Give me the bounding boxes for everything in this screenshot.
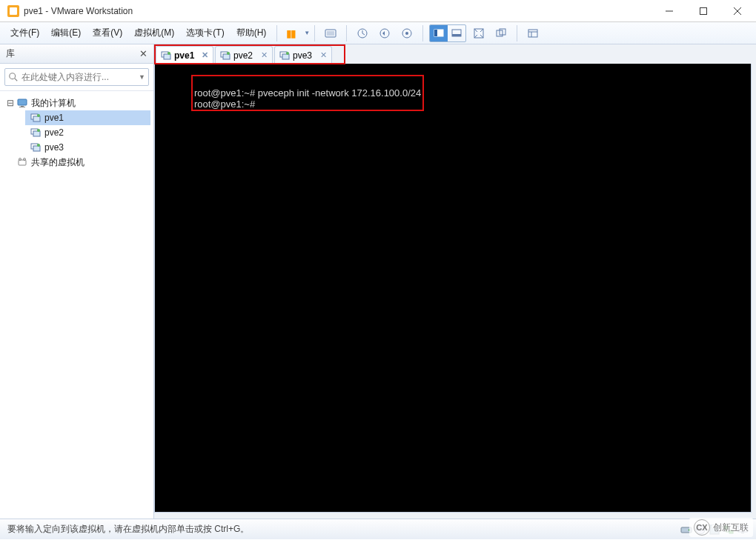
- watermark: CX 创新互联: [689, 518, 753, 537]
- vm-icon: [220, 50, 231, 61]
- watermark-text: 创新互联: [713, 521, 749, 534]
- tab-close-icon[interactable]: ✕: [256, 50, 268, 60]
- svg-rect-24: [19, 107, 25, 107]
- statusbar: 要将输入定向到该虚拟机，请在虚拟机内部单击或按 Ctrl+G。: [0, 519, 756, 539]
- tab-pve3[interactable]: pve3 ✕: [274, 46, 332, 64]
- svg-rect-29: [33, 131, 40, 136]
- sidebar-header: 库 ✕: [0, 44, 153, 64]
- pause-button[interactable]: ▮▮: [283, 24, 302, 43]
- main-area: 库 ✕ ▼ ⊟ 我的计算机 pve1 pve2: [0, 44, 756, 519]
- library-button[interactable]: [523, 24, 543, 43]
- collapse-icon[interactable]: ⊟: [6, 98, 15, 108]
- tab-label: pve2: [233, 50, 253, 61]
- menu-tabs[interactable]: 选项卡(T): [180, 24, 230, 42]
- app-icon: [7, 5, 19, 17]
- svg-point-9: [405, 32, 408, 35]
- separator: [422, 25, 423, 41]
- menu-edit[interactable]: 编辑(E): [45, 24, 87, 42]
- tree-item-pve2[interactable]: pve2: [25, 125, 150, 140]
- tab-label: pve1: [174, 50, 194, 61]
- tab-close-icon[interactable]: ✕: [197, 50, 208, 60]
- svg-point-35: [19, 159, 21, 161]
- tree-root-computer[interactable]: ⊟ 我的计算机: [3, 96, 150, 110]
- fullscreen-button[interactable]: [469, 24, 488, 43]
- watermark-icon: CX: [694, 519, 710, 536]
- snapshot-button[interactable]: [353, 24, 372, 43]
- library-tree: ⊟ 我的计算机 pve1 pve2 pve3 共享的虚拟机: [0, 91, 153, 174]
- tree-item-label: pve2: [44, 127, 64, 138]
- titlebar: pve1 - VMware Workstation: [0, 0, 756, 22]
- minimize-button[interactable]: [652, 0, 686, 22]
- pause-dropdown[interactable]: ▼: [304, 30, 310, 36]
- separator: [517, 25, 517, 41]
- svg-point-42: [227, 52, 230, 55]
- svg-rect-1: [700, 7, 707, 14]
- unity-button[interactable]: [491, 24, 511, 43]
- tree-item-pve3[interactable]: pve3: [25, 140, 150, 155]
- svg-point-45: [286, 52, 289, 55]
- svg-point-27: [37, 114, 40, 117]
- annotation-box-terminal: root@pve1:~# pveceph init -network 172.1…: [191, 75, 424, 111]
- menu-help[interactable]: 帮助(H): [231, 24, 273, 42]
- revert-snapshot-button[interactable]: [375, 24, 394, 43]
- content-area: pve1 ✕ pve2 ✕ pve3 ✕ root@pve1:~# pvecep…: [154, 44, 756, 519]
- tab-pve1[interactable]: pve1 ✕: [156, 46, 213, 64]
- svg-rect-5: [327, 31, 334, 36]
- svg-rect-41: [223, 54, 230, 59]
- separator: [314, 25, 315, 41]
- vm-icon: [30, 141, 42, 153]
- send-ctrl-alt-del-button[interactable]: [321, 24, 340, 43]
- snapshot-manager-button[interactable]: [397, 24, 417, 43]
- vm-console[interactable]: root@pve1:~# pveceph init -network 172.1…: [154, 64, 752, 513]
- tab-label: pve3: [293, 50, 312, 61]
- search-box[interactable]: ▼: [4, 68, 149, 86]
- svg-line-21: [15, 79, 18, 81]
- vm-icon: [161, 50, 171, 61]
- tree-item-label: pve1: [44, 113, 64, 123]
- menu-file[interactable]: 文件(F): [4, 24, 45, 42]
- terminal-line: root@pve1:~#: [194, 99, 258, 110]
- menu-view[interactable]: 查看(V): [87, 24, 128, 42]
- sidebar-title: 库: [6, 47, 15, 60]
- view-appliance-button[interactable]: [448, 25, 465, 41]
- tree-root-label: 我的计算机: [31, 97, 76, 110]
- window-title: pve1 - VMware Workstation: [24, 6, 652, 16]
- svg-point-30: [37, 129, 40, 132]
- shared-icon: [16, 156, 28, 168]
- tab-pve2[interactable]: pve2 ✕: [215, 46, 273, 64]
- svg-rect-23: [21, 106, 24, 107]
- search-dropdown[interactable]: ▼: [139, 73, 145, 81]
- svg-rect-44: [282, 54, 289, 59]
- vm-icon: [279, 50, 290, 61]
- sidebar-close-button[interactable]: ✕: [139, 48, 147, 59]
- tree-shared-label: 共享的虚拟机: [31, 156, 84, 169]
- tab-close-icon[interactable]: ✕: [316, 50, 327, 60]
- vm-tabs: pve1 ✕ pve2 ✕ pve3 ✕: [154, 44, 752, 64]
- separator: [276, 25, 277, 41]
- separator: [346, 25, 347, 41]
- svg-point-36: [24, 159, 26, 161]
- maximize-button[interactable]: [686, 0, 720, 22]
- search-input[interactable]: [21, 72, 136, 82]
- close-button[interactable]: [720, 0, 755, 22]
- view-console-button[interactable]: [430, 25, 448, 41]
- svg-point-33: [37, 144, 40, 147]
- tree-shared-vms[interactable]: 共享的虚拟机: [3, 155, 150, 170]
- window-controls: [652, 0, 755, 22]
- vm-icon: [30, 112, 42, 124]
- terminal-line: root@pve1:~# pveceph init -network 172.1…: [194, 87, 421, 99]
- computer-icon: [16, 97, 28, 109]
- search-icon: [8, 72, 19, 82]
- svg-rect-32: [33, 146, 40, 151]
- svg-point-39: [168, 52, 170, 55]
- status-text: 要将输入定向到该虚拟机，请在虚拟机内部单击或按 Ctrl+G。: [7, 523, 249, 536]
- svg-rect-34: [19, 160, 26, 165]
- svg-rect-22: [18, 99, 27, 105]
- svg-rect-17: [528, 30, 537, 37]
- menu-vm[interactable]: 虚拟机(M): [128, 24, 180, 42]
- sidebar: 库 ✕ ▼ ⊟ 我的计算机 pve1 pve2: [0, 44, 154, 519]
- vm-icon: [30, 127, 42, 139]
- svg-point-20: [10, 73, 16, 79]
- tree-item-pve1[interactable]: pve1: [25, 110, 150, 125]
- view-mode-group: [429, 24, 466, 42]
